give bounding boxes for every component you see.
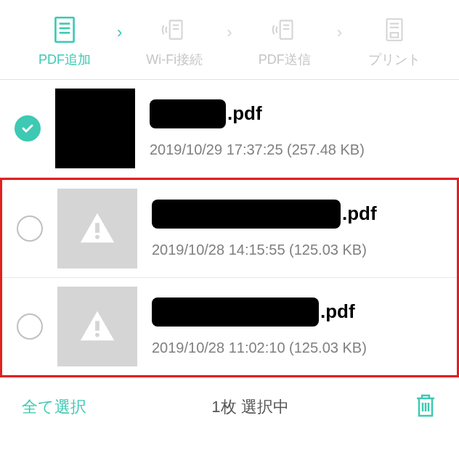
file-name: .pdf — [150, 99, 448, 128]
printer-icon — [379, 15, 410, 45]
step-pdf-add[interactable]: PDF追加 — [15, 15, 115, 68]
trash-button[interactable] — [414, 393, 437, 422]
svg-rect-14 — [95, 223, 99, 233]
file-row[interactable]: .pdf 2019/10/28 14:15:55 (125.03 KB) — [2, 180, 457, 278]
file-name: .pdf — [152, 298, 446, 327]
svg-rect-16 — [95, 321, 99, 331]
redacted-filename — [152, 200, 341, 229]
file-list: .pdf 2019/10/29 17:37:25 (257.48 KB) .pd… — [0, 80, 459, 377]
file-row[interactable]: .pdf 2019/10/29 17:37:25 (257.48 KB) — [0, 80, 459, 178]
file-thumbnail-warning — [57, 189, 137, 268]
footer-toolbar: 全て選択 1枚 選択中 — [0, 377, 459, 436]
file-meta: 2019/10/28 14:15:55 (125.03 KB) — [152, 242, 446, 258]
step-label: プリント — [368, 51, 421, 68]
checkbox[interactable] — [17, 313, 43, 340]
chevron-right-icon: › — [227, 23, 232, 60]
file-meta: 2019/10/29 17:37:25 (257.48 KB) — [150, 141, 448, 158]
svg-rect-13 — [391, 33, 399, 37]
step-label: PDF追加 — [38, 51, 91, 68]
send-device-icon — [269, 15, 300, 45]
checkbox-selected[interactable] — [15, 115, 41, 141]
redacted-filename — [152, 298, 319, 327]
warning-icon — [76, 305, 118, 348]
checkbox[interactable] — [17, 216, 43, 242]
step-wifi[interactable]: Wi-Fi接続 — [124, 15, 224, 68]
chevron-right-icon: › — [117, 23, 122, 60]
highlight-group: .pdf 2019/10/28 14:15:55 (125.03 KB) .pd… — [0, 178, 459, 377]
step-print[interactable]: プリント — [344, 15, 444, 68]
chevron-right-icon: › — [337, 23, 342, 60]
file-info: .pdf 2019/10/28 14:15:55 (125.03 KB) — [152, 200, 446, 258]
wifi-device-icon — [159, 15, 190, 45]
trash-icon — [414, 393, 437, 419]
file-name: .pdf — [152, 200, 446, 229]
selection-status: 1枚 選択中 — [211, 396, 288, 418]
file-thumbnail — [55, 89, 135, 168]
select-all-button[interactable]: 全て選択 — [22, 396, 86, 418]
step-pdf-send[interactable]: PDF送信 — [235, 15, 335, 68]
svg-point-17 — [95, 333, 99, 337]
warning-icon — [76, 208, 118, 250]
file-info: .pdf 2019/10/29 17:37:25 (257.48 KB) — [150, 99, 448, 158]
redacted-filename — [150, 99, 226, 128]
file-meta: 2019/10/28 11:02:10 (125.03 KB) — [152, 340, 446, 356]
file-extension: .pdf — [227, 102, 262, 125]
step-label: Wi-Fi接続 — [146, 51, 203, 68]
file-info: .pdf 2019/10/28 11:02:10 (125.03 KB) — [152, 298, 446, 356]
svg-point-15 — [95, 235, 99, 239]
step-label: PDF送信 — [259, 51, 311, 68]
svg-rect-0 — [55, 17, 73, 42]
file-thumbnail-warning — [57, 287, 137, 366]
step-header: PDF追加 › Wi-Fi接続 › PDF送信 › — [0, 0, 459, 80]
file-extension: .pdf — [320, 300, 355, 323]
file-row[interactable]: .pdf 2019/10/28 11:02:10 (125.03 KB) — [2, 278, 457, 375]
file-extension: .pdf — [342, 202, 377, 225]
document-icon — [49, 15, 80, 45]
